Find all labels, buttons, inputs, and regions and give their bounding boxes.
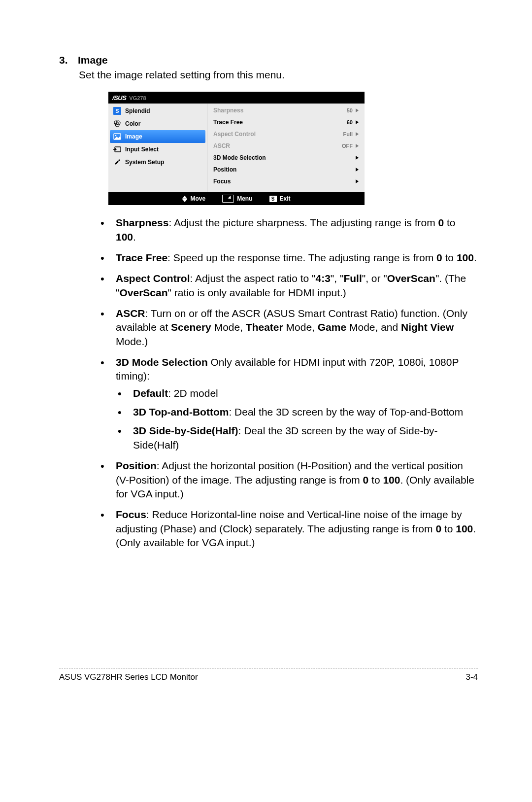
menu-image[interactable]: Image <box>110 130 205 143</box>
color-icon <box>113 120 121 128</box>
osd-submenu: Sharpness 50 Trace Free 60 Aspect Contro… <box>207 104 365 192</box>
updown-icon <box>182 196 187 202</box>
brand-logo: /SUS <box>112 94 126 102</box>
bullet-3dmode: 3D Mode Selection Only available for HDM… <box>99 355 478 452</box>
sub-default: Default: 2D model <box>116 386 478 400</box>
osd-titlebar: /SUS VG278 <box>108 92 365 104</box>
row-label: Aspect Control <box>213 131 256 138</box>
hint-label: Menu <box>237 195 252 202</box>
menu-label: Input Select <box>125 146 159 153</box>
s-key-icon: S <box>269 196 277 202</box>
page-footer: ASUS VG278HR Series LCD Monitor 3-4 <box>59 668 478 682</box>
svg-point-4 <box>115 135 117 137</box>
row-label: Focus <box>213 178 231 185</box>
setup-icon <box>113 158 121 166</box>
hint-move: Move <box>182 195 205 202</box>
menu-splendid[interactable]: S Splendid <box>108 105 207 117</box>
row-3dmode[interactable]: 3D Mode Selection <box>207 152 365 164</box>
row-value: Full <box>343 131 353 137</box>
chevron-right-icon <box>356 168 359 172</box>
chevron-right-icon <box>356 120 359 124</box>
hint-label: Move <box>190 195 205 202</box>
osd-footer: Move Menu S Exit <box>108 192 365 205</box>
model-label: VG278 <box>129 95 146 101</box>
row-label: Position <box>213 166 236 173</box>
hint-label: Exit <box>280 195 291 202</box>
chevron-right-icon <box>356 156 359 160</box>
osd-menu: S Splendid Color Image <box>108 104 207 192</box>
menu-color[interactable]: Color <box>108 117 207 130</box>
sub-list: Default: 2D model 3D Top-and-Bottom: Dea… <box>116 386 478 452</box>
image-icon <box>113 133 121 140</box>
hint-exit: S Exit <box>269 195 291 202</box>
menu-label: System Setup <box>125 159 164 166</box>
row-value: OFF <box>342 143 353 149</box>
description-list: Sharpness: Adjust the picture sharpness.… <box>99 216 478 550</box>
menu-label: Splendid <box>125 107 150 114</box>
chevron-right-icon <box>356 108 359 112</box>
section-title: Image <box>78 54 108 66</box>
section-number: 3. <box>59 54 69 66</box>
bullet-position: Position: Adjust the horizontal position… <box>99 459 478 501</box>
menu-system-setup[interactable]: System Setup <box>108 156 207 169</box>
row-tracefree[interactable]: Trace Free 60 <box>207 116 365 128</box>
osd-body: S Splendid Color Image <box>108 104 365 192</box>
row-focus[interactable]: Focus <box>207 175 365 187</box>
row-value: 50 <box>347 107 353 113</box>
hint-menu: Menu <box>222 195 252 203</box>
bullet-focus: Focus: Reduce Horizontal-line noise and … <box>99 508 478 550</box>
footer-page-number: 3-4 <box>466 672 478 682</box>
row-label: Sharpness <box>213 107 243 114</box>
row-ascr[interactable]: ASCR OFF <box>207 140 365 152</box>
chevron-right-icon <box>356 132 359 136</box>
section-intro: Set the image related setting from this … <box>79 68 478 82</box>
bullet-ascr: ASCR: Turn on or off the ASCR (ASUS Smar… <box>99 307 478 349</box>
footer-left: ASUS VG278HR Series LCD Monitor <box>59 672 198 682</box>
menu-label: Image <box>125 133 142 140</box>
s-badge-icon: S <box>113 107 121 115</box>
row-position[interactable]: Position <box>207 164 365 175</box>
sub-sbs: 3D Side-by-Side(Half): Deal the 3D scree… <box>116 424 478 452</box>
input-icon <box>113 145 121 153</box>
section-heading: 3. Image <box>59 54 478 66</box>
chevron-right-icon <box>356 144 359 148</box>
menu-input-select[interactable]: Input Select <box>108 143 207 156</box>
row-value: 60 <box>347 119 353 125</box>
row-label: Trace Free <box>213 119 243 126</box>
row-label: 3D Mode Selection <box>213 154 266 161</box>
row-sharpness[interactable]: Sharpness 50 <box>207 105 365 116</box>
row-aspect[interactable]: Aspect Control Full <box>207 128 365 140</box>
osd-panel: /SUS VG278 S Splendid Color <box>108 92 365 205</box>
row-label: ASCR <box>213 142 230 149</box>
manual-page: 3. Image Set the image related setting f… <box>0 0 532 712</box>
menu-icon <box>222 195 234 203</box>
menu-label: Color <box>125 120 140 127</box>
chevron-right-icon <box>356 179 359 183</box>
bullet-sharpness: Sharpness: Adjust the picture sharpness.… <box>99 216 478 244</box>
sub-top-bottom: 3D Top-and-Bottom: Deal the 3D screen by… <box>116 405 478 419</box>
bullet-aspect: Aspect Control: Adjust the aspect ratio … <box>99 272 478 300</box>
bullet-tracefree: Trace Free: Speed up the response time. … <box>99 251 478 265</box>
